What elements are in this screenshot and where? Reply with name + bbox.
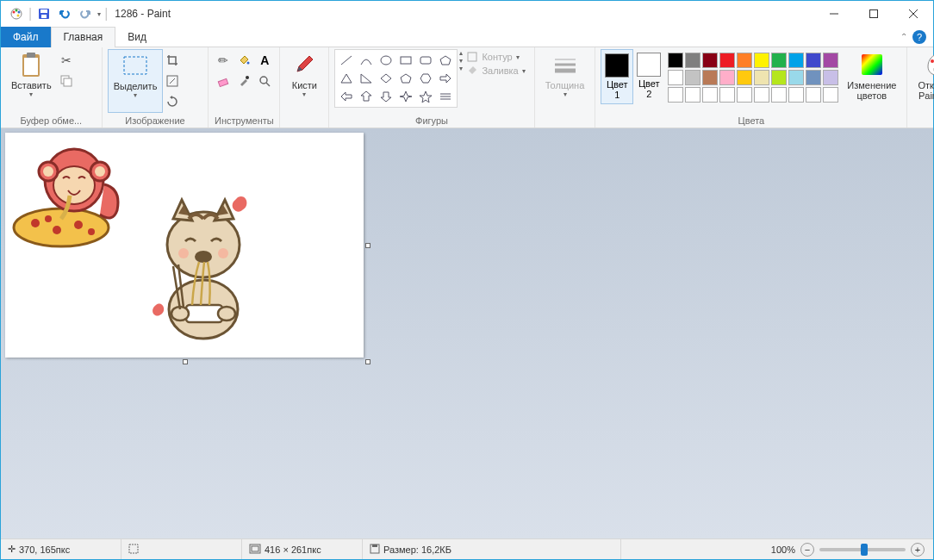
palette-swatch[interactable] <box>685 53 700 68</box>
palette-swatch[interactable] <box>806 87 821 103</box>
help-icon[interactable]: ? <box>912 30 926 44</box>
shape-arrow-down-icon[interactable] <box>377 88 395 105</box>
svg-point-36 <box>14 208 109 246</box>
edit-colors-button[interactable]: Изменение цветов <box>842 49 901 113</box>
brushes-button[interactable]: Кисти ▾ <box>285 49 323 113</box>
palette-swatch[interactable] <box>806 53 821 68</box>
disk-icon <box>370 544 380 556</box>
fill-icon[interactable] <box>234 51 253 70</box>
close-button[interactable] <box>894 1 933 27</box>
palette-swatch[interactable] <box>719 87 735 103</box>
resize-handle-corner[interactable] <box>365 359 370 364</box>
shape-curve-icon[interactable] <box>357 52 376 69</box>
palette-swatch[interactable] <box>788 70 804 85</box>
shape-rectangle-icon[interactable] <box>396 52 415 69</box>
palette-swatch[interactable] <box>823 87 838 103</box>
cut-icon[interactable]: ✂ <box>57 51 76 70</box>
cat-noodles-sticker <box>139 184 268 348</box>
save-icon[interactable] <box>35 5 53 22</box>
palette-swatch[interactable] <box>771 70 787 85</box>
zoom-slider[interactable] <box>819 548 906 551</box>
shape-more-icon[interactable] <box>436 88 455 105</box>
palette-swatch[interactable] <box>737 87 752 103</box>
crop-icon[interactable] <box>163 51 182 70</box>
palette-swatch[interactable] <box>719 53 735 68</box>
monkey-pizza-sticker <box>9 137 121 258</box>
undo-icon[interactable] <box>56 5 73 22</box>
palette-swatch[interactable] <box>668 53 683 68</box>
svg-rect-14 <box>27 53 35 58</box>
tab-file[interactable]: Файл <box>1 27 51 47</box>
group-tools: ✏ A Инструменты <box>209 47 280 128</box>
canvas-area[interactable] <box>1 128 933 538</box>
svg-point-39 <box>74 221 83 229</box>
minimize-button[interactable] <box>814 1 854 27</box>
shape-oval-icon[interactable] <box>377 52 395 69</box>
shape-arrow-up-icon[interactable] <box>357 88 376 105</box>
shape-line-icon[interactable] <box>337 52 356 69</box>
shape-polygon-icon[interactable] <box>436 52 455 69</box>
shape-arrow-right-icon[interactable] <box>436 70 455 87</box>
zoom-out-button[interactable]: − <box>800 543 814 557</box>
svg-point-37 <box>31 219 40 227</box>
size-button[interactable]: Толщина ▾ <box>540 49 590 113</box>
shape-star5-icon[interactable] <box>416 88 435 105</box>
pencil-icon[interactable]: ✏ <box>214 51 233 70</box>
palette-swatch[interactable] <box>754 70 769 85</box>
resize-handle-bottom[interactable] <box>183 359 188 364</box>
rotate-icon[interactable] <box>163 92 182 111</box>
collapse-ribbon-icon[interactable]: ⌃ <box>900 32 907 41</box>
copy-icon[interactable] <box>57 72 76 90</box>
svg-line-24 <box>341 56 352 65</box>
palette-swatch[interactable] <box>754 87 769 103</box>
shape-arrow-left-icon[interactable] <box>337 88 356 105</box>
shape-outline-button[interactable]: Контур ▾ <box>466 51 525 63</box>
resize-handle-right[interactable] <box>365 243 370 248</box>
tab-home[interactable]: Главная <box>51 27 116 47</box>
palette-swatch[interactable] <box>754 53 769 68</box>
zoom-in-button[interactable]: + <box>911 543 925 557</box>
shape-right-triangle-icon[interactable] <box>357 70 376 87</box>
palette-swatch[interactable] <box>702 70 718 85</box>
palette-swatch[interactable] <box>685 70 700 85</box>
palette-swatch[interactable] <box>685 87 700 103</box>
shape-fill-button[interactable]: Заливка ▾ <box>466 65 525 77</box>
paint3d-button[interactable]: Открыть Paint 3D <box>912 49 934 113</box>
palette-swatch[interactable] <box>702 87 718 103</box>
shape-triangle-icon[interactable] <box>337 70 356 87</box>
palette-swatch[interactable] <box>788 53 804 68</box>
palette-swatch[interactable] <box>719 70 735 85</box>
palette-swatch[interactable] <box>702 53 718 68</box>
palette-swatch[interactable] <box>823 53 838 68</box>
select-button[interactable]: Выделить ▾ <box>108 49 164 113</box>
shapes-gallery[interactable] <box>334 49 458 108</box>
tab-view[interactable]: Вид <box>115 27 159 47</box>
palette-swatch[interactable] <box>788 87 804 103</box>
eraser-icon[interactable] <box>214 72 233 90</box>
qat-dropdown-icon[interactable]: ▾ <box>97 10 101 18</box>
redo-icon[interactable] <box>77 5 94 22</box>
resize-icon[interactable] <box>163 72 182 90</box>
color1-button[interactable]: Цвет 1 <box>601 49 633 104</box>
maximize-button[interactable] <box>854 1 894 27</box>
palette-swatch[interactable] <box>737 70 752 85</box>
text-icon[interactable]: A <box>255 51 274 70</box>
paste-button[interactable]: Вставить ▾ <box>6 49 57 113</box>
canvas[interactable] <box>5 133 364 358</box>
shape-hexagon-icon[interactable] <box>416 70 435 87</box>
shape-diamond-icon[interactable] <box>377 70 395 87</box>
palette-swatch[interactable] <box>668 87 683 103</box>
palette-swatch[interactable] <box>771 53 787 68</box>
palette-swatch[interactable] <box>668 70 683 85</box>
color2-button[interactable]: Цвет 2 <box>633 49 664 103</box>
palette-swatch[interactable] <box>737 53 752 68</box>
palette-swatch[interactable] <box>823 70 838 85</box>
svg-point-25 <box>381 56 391 65</box>
palette-swatch[interactable] <box>771 87 787 103</box>
color-picker-icon[interactable] <box>234 72 253 90</box>
shape-rounded-rect-icon[interactable] <box>416 52 435 69</box>
shape-star4-icon[interactable] <box>396 88 415 105</box>
palette-swatch[interactable] <box>806 70 821 85</box>
magnifier-icon[interactable] <box>255 72 274 90</box>
shape-pentagon-icon[interactable] <box>396 70 415 87</box>
